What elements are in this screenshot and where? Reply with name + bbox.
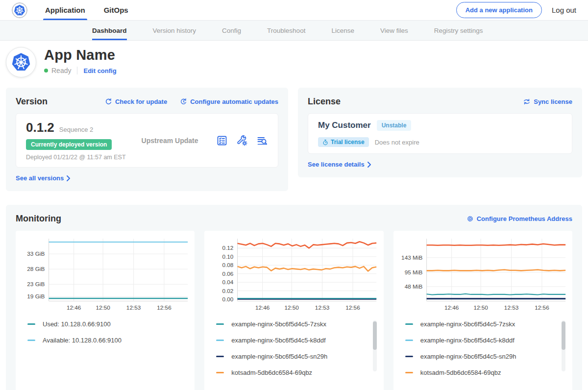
tab-gitops[interactable]: GitOps <box>104 0 128 20</box>
cpu-usage-legend: example-nginx-5bc6f5d4c5-7zskxexample-ng… <box>216 320 379 385</box>
legend-label: example-nginx-5bc6f5d4c5-sn29h <box>420 353 516 360</box>
configure-automatic-updates-label: Configure automatic updates <box>190 98 278 105</box>
legend-scrollbar-thumb[interactable] <box>373 321 377 350</box>
version-card: Version Check for update <box>6 88 288 191</box>
deployed-timestamp: Deployed 01/21/22 @ 11:57 am EST <box>26 154 126 161</box>
svg-text:12:53: 12:53 <box>315 304 330 311</box>
svg-text:28 GiB: 28 GiB <box>27 266 45 272</box>
file-search-icon[interactable] <box>256 135 268 146</box>
subtab-registry-settings[interactable]: Registry settings <box>434 21 483 40</box>
svg-text:12:50: 12:50 <box>96 304 110 311</box>
subtab-dashboard[interactable]: Dashboard <box>92 21 127 40</box>
svg-text:12:46: 12:46 <box>444 304 459 311</box>
svg-text:0.06: 0.06 <box>222 270 234 277</box>
svg-text:0.00: 0.00 <box>222 296 234 303</box>
currently-deployed-badge: Currently deployed version <box>26 139 112 150</box>
divider <box>77 67 77 74</box>
check-for-update-label: Check for update <box>115 98 167 105</box>
subtab-config[interactable]: Config <box>222 21 241 40</box>
license-card-title: License <box>308 97 341 107</box>
sync-license-label: Sync license <box>534 98 572 105</box>
svg-text:12:56: 12:56 <box>535 304 549 311</box>
legend-scrollbar[interactable] <box>373 320 377 371</box>
legend-item: example-nginx-5bc6f5d4c5-sn29h <box>216 353 367 360</box>
svg-text:12:50: 12:50 <box>285 304 299 311</box>
subtab-troubleshoot[interactable]: Troubleshoot <box>267 21 305 40</box>
svg-text:0.04: 0.04 <box>222 279 234 286</box>
disk-usage-plot: 19 GiB23 GiB28 GiB33 GiB12:4612:5012:531… <box>20 236 191 314</box>
legend-item: example-nginx-5bc6f5d4c5-k8ddf <box>216 337 367 344</box>
monitoring-title: Monitoring <box>16 214 61 224</box>
legend-item: Available: 10.128.0.66:9100 <box>27 337 178 344</box>
svg-text:12:53: 12:53 <box>504 304 519 311</box>
svg-text:23 GiB: 23 GiB <box>27 281 45 288</box>
svg-text:0.10: 0.10 <box>222 253 234 260</box>
legend-swatch <box>405 340 413 341</box>
svg-text:12:46: 12:46 <box>67 304 81 311</box>
svg-text:12:46: 12:46 <box>255 304 270 311</box>
refresh-icon <box>105 98 112 105</box>
legend-swatch <box>216 372 224 373</box>
subtab-license[interactable]: License <box>331 21 354 40</box>
svg-text:0.08: 0.08 <box>222 262 234 268</box>
legend-label: example-nginx-5bc6f5d4c5-7zskx <box>420 320 515 328</box>
wrench-gear-icon[interactable] <box>236 135 248 146</box>
legend-swatch <box>27 340 35 341</box>
status-dot <box>44 69 48 73</box>
chevron-right-icon <box>368 162 371 168</box>
legend-swatch <box>27 323 35 325</box>
see-all-versions-link[interactable]: See all versions <box>16 174 70 182</box>
svg-text:12:50: 12:50 <box>473 304 488 311</box>
topnav-spacer <box>128 0 456 20</box>
legend-label: Available: 10.128.0.66:9100 <box>43 337 122 344</box>
expiration-text: Does not expire <box>375 139 419 146</box>
customer-name: My Customer <box>318 121 371 130</box>
svg-text:12:56: 12:56 <box>157 304 172 311</box>
svg-text:0.12: 0.12 <box>222 244 234 251</box>
version-number: 0.1.2 <box>26 120 54 135</box>
release-type-label: Upstream Update <box>142 137 198 145</box>
top-nav: Application GitOps Add a new application… <box>0 0 588 21</box>
see-license-details-link[interactable]: See license details <box>308 161 371 168</box>
subtab-view-files[interactable]: View files <box>380 21 408 40</box>
svg-text:12:53: 12:53 <box>126 304 141 311</box>
legend-swatch <box>216 356 224 357</box>
configure-prometheus-button[interactable]: Configure Prometheus Address <box>466 215 572 222</box>
chart-title: Disk Usage <box>20 385 191 390</box>
channel-badge: Unstable <box>377 120 412 131</box>
preflight-checklist-icon[interactable] <box>216 135 228 146</box>
legend-swatch <box>216 323 224 325</box>
legend-swatch <box>405 323 413 325</box>
legend-item: kotsadm-5db6dc6584-69qbz <box>216 369 367 376</box>
sync-license-button[interactable]: Sync license <box>523 98 572 105</box>
svg-text:48 MiB: 48 MiB <box>404 283 422 290</box>
memory-usage-card: 48 MiB95 MiB143 MiB12:4612:5012:5312:56 … <box>393 231 572 390</box>
app-header: App Name Ready Edit config <box>0 41 588 77</box>
disk-usage-card: 19 GiB23 GiB28 GiB33 GiB12:4612:5012:531… <box>16 231 195 390</box>
configure-automatic-updates-button[interactable]: Configure automatic updates <box>180 98 278 105</box>
check-for-update-button[interactable]: Check for update <box>105 98 167 105</box>
memory-usage-plot: 48 MiB95 MiB143 MiB12:4612:5012:5312:56 <box>397 236 568 314</box>
edit-config-link[interactable]: Edit config <box>83 67 116 74</box>
legend-item: example-nginx-5bc6f5d4c5-7zskx <box>216 320 367 328</box>
tab-application[interactable]: Application <box>45 0 85 20</box>
sync-icon <box>523 98 531 105</box>
app-tab-bar: Dashboard Version history Config Trouble… <box>0 21 588 41</box>
add-application-button[interactable]: Add a new application <box>456 2 542 18</box>
logout-link[interactable]: Log out <box>552 6 576 14</box>
legend-scrollbar[interactable] <box>562 320 565 371</box>
legend-label: example-nginx-5bc6f5d4c5-7zskx <box>231 320 326 328</box>
svg-text:95 MiB: 95 MiB <box>404 269 422 276</box>
legend-swatch <box>405 356 413 357</box>
legend-item: example-nginx-5bc6f5d4c5-7zskx <box>405 320 556 328</box>
legend-item: example-nginx-5bc6f5d4c5-sn29h <box>405 353 556 360</box>
legend-scrollbar-thumb[interactable] <box>562 321 565 350</box>
subtab-version-history[interactable]: Version history <box>153 21 196 40</box>
kubernetes-logo-icon[interactable] <box>12 2 27 18</box>
license-type-label: Trial license <box>331 139 365 146</box>
legend-item: kotsadm-5db6dc6584-69qbz <box>405 369 556 376</box>
chart-title: Memory Usage <box>397 385 568 390</box>
chevron-right-icon <box>67 175 70 181</box>
cpu-usage-plot: 0.000.020.040.060.080.100.1212:4612:5012… <box>208 236 379 314</box>
update-history-icon <box>180 98 187 105</box>
